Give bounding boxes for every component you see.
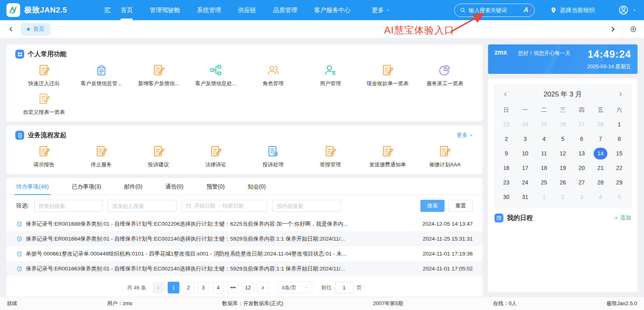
calendar-day[interactable]: 3 (572, 190, 591, 204)
tabs-scroll-right-button[interactable] (607, 24, 618, 34)
search-input[interactable] (469, 7, 512, 13)
calendar-day[interactable]: 2 (497, 132, 516, 146)
func-item[interactable]: 服务派工一览表 (416, 63, 474, 87)
reset-button[interactable]: 重置 (449, 200, 473, 212)
calendar-day[interactable]: 4 (534, 132, 553, 146)
func-item[interactable]: 角色管理 (245, 63, 302, 87)
calendar-day[interactable]: 5 (610, 190, 629, 204)
page-button-2[interactable]: 2 (183, 282, 194, 293)
func-item[interactable]: 客户反馈信息处... (187, 63, 244, 87)
calendar-day[interactable]: 25 (534, 175, 553, 190)
nav-item-5[interactable]: 客户服务中心 (305, 0, 359, 20)
page-button-12[interactable]: 12 (242, 282, 254, 293)
calendar-day[interactable]: 24 (516, 117, 535, 132)
func-item[interactable]: 快速迁入迁出 (15, 63, 73, 87)
calendar-day[interactable]: 31 (516, 190, 535, 204)
ai-assistant-badge[interactable]: Ai (524, 6, 530, 14)
todo-item[interactable]: 保养记录号:ER001663保养类别:01 - 自维保养计划号:EC002140… (6, 261, 482, 276)
calendar-day[interactable]: 26 (553, 117, 572, 132)
nav-item-3[interactable]: 供应链 (229, 0, 264, 20)
calendar-day[interactable]: 20 (572, 161, 591, 175)
nav-item-0[interactable]: 首页 (112, 0, 141, 20)
calendar-day[interactable]: 17 (516, 161, 535, 175)
schedule-add-button[interactable]: 添加 (614, 214, 631, 222)
calendar-day[interactable]: 29 (610, 175, 629, 190)
calendar-day[interactable]: 27 (572, 175, 591, 190)
calendar-day[interactable]: 25 (534, 117, 553, 132)
func-item[interactable]: 请示报告 (15, 145, 73, 168)
filter-category-input[interactable] (34, 200, 103, 212)
calendar-day[interactable]: 19 (553, 161, 572, 175)
calendar-day[interactable]: 1 (534, 190, 553, 204)
calendar-day[interactable]: 30 (497, 190, 516, 204)
func-item[interactable]: 法律诉讼 (187, 145, 244, 168)
task-tab-2[interactable]: 邮件(0) (124, 178, 142, 195)
calendar-day[interactable]: 26 (553, 175, 572, 190)
calendar-day[interactable]: 9 (497, 146, 516, 161)
calendar-day[interactable]: 3 (516, 132, 535, 146)
todo-item[interactable]: 保养记录号:ER001664保养类别:01 - 自维保养计划号:EC002140… (6, 231, 482, 246)
page-button-•••[interactable]: ••• (227, 282, 239, 293)
task-tab-5[interactable]: 知会(0) (247, 178, 266, 195)
func-item[interactable]: 投诉处理 (245, 145, 302, 168)
func-item[interactable]: 停止服务 (73, 145, 130, 168)
func-item[interactable]: 投诉建议 (130, 145, 187, 168)
func-item[interactable]: 现金收款单一览表 (359, 63, 416, 87)
prev-page-button[interactable] (153, 282, 164, 293)
nav-item-4[interactable]: 品质管理 (264, 0, 305, 20)
calendar-day[interactable]: 21 (591, 161, 610, 175)
filter-content-input[interactable] (272, 200, 341, 212)
page-button-3[interactable]: 3 (197, 282, 209, 293)
func-item[interactable]: 催缴计划AAA (416, 145, 474, 168)
func-item[interactable]: 发送缴费通知单 (359, 145, 416, 168)
user-menu[interactable] (618, 5, 637, 15)
calendar-prev-month-button[interactable] (500, 89, 511, 99)
calendar-day[interactable]: 18 (534, 161, 553, 175)
func-item[interactable]: 自定义报表一览表 (15, 92, 73, 116)
calendar-day-selected[interactable]: 14 (591, 146, 610, 161)
search-button[interactable]: 搜索 (420, 200, 445, 212)
calendar-day[interactable]: 24 (516, 175, 535, 190)
task-tab-1[interactable]: 已办事项(3) (72, 178, 101, 195)
page-button-4[interactable]: 4 (212, 282, 224, 293)
func-item[interactable]: 客户反馈信息管... (73, 63, 130, 87)
task-tab-0[interactable]: 待办事项(46) (16, 178, 49, 195)
tab-home[interactable]: 首页 (21, 23, 50, 36)
task-tab-3[interactable]: 通告(0) (165, 178, 183, 195)
goto-page-input[interactable] (335, 282, 353, 293)
calendar-day[interactable]: 8 (610, 132, 629, 146)
func-item[interactable]: 签报管理 (302, 145, 359, 168)
page-button-1[interactable]: 1 (168, 282, 179, 293)
calendar-day[interactable]: 5 (553, 132, 572, 146)
next-page-button[interactable] (257, 282, 269, 293)
func-item[interactable]: 用户管理 (302, 63, 359, 87)
calendar-day[interactable]: 4 (591, 190, 610, 204)
filter-date-range-input[interactable]: 开始日期 - 结束日期 (182, 200, 267, 212)
app-logo[interactable] (6, 3, 20, 17)
close-tabs-button[interactable] (628, 24, 638, 34)
apps-menu-icon[interactable] (103, 6, 112, 15)
calendar-day[interactable]: 2 (553, 190, 572, 204)
calendar-next-month-button[interactable] (615, 89, 625, 99)
org-selector[interactable]: 选择当前组织 (550, 6, 595, 14)
calendar-day[interactable]: 27 (572, 117, 591, 132)
todo-item[interactable]: 单据号:000661整改记录单:000449组织机构:0101 - 四季花城1整… (6, 246, 482, 261)
func-item[interactable]: 新增客户反馈信... (130, 63, 187, 87)
calendar-day[interactable]: 10 (516, 146, 535, 161)
global-search[interactable]: Ai (454, 4, 535, 17)
calendar-day[interactable]: 15 (610, 146, 629, 161)
calendar-day[interactable]: 13 (572, 146, 591, 161)
nav-item-1[interactable]: 管理驾驶舱 (141, 0, 188, 20)
calendar-day[interactable]: 23 (497, 175, 516, 190)
calendar-day[interactable]: 23 (497, 117, 516, 132)
calendar-day[interactable]: 1 (610, 117, 629, 132)
calendar-day[interactable]: 7 (591, 132, 610, 146)
calendar-day[interactable]: 28 (591, 175, 610, 190)
calendar-day[interactable]: 6 (572, 132, 591, 146)
task-tab-4[interactable]: 预警(0) (206, 178, 224, 195)
nav-item-2[interactable]: 系统管理 (188, 0, 229, 20)
calendar-day[interactable]: 12 (553, 146, 572, 161)
calendar-day[interactable]: 11 (534, 146, 553, 161)
nav-more-menu[interactable]: 更多 (364, 6, 397, 14)
filter-initiator-input[interactable] (108, 200, 177, 212)
